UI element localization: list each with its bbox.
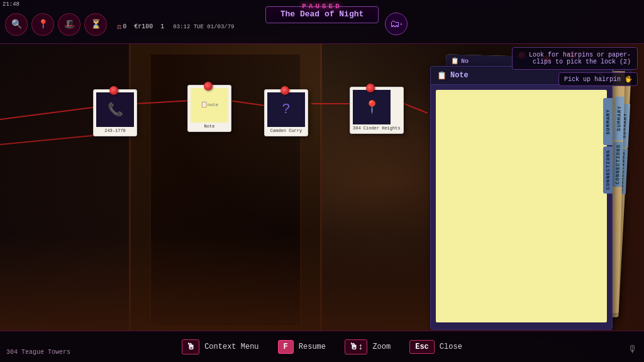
pin-phone — [109, 86, 118, 95]
phone-icon: 📞 — [96, 92, 134, 127]
note-mini-icon: 📋note — [191, 88, 228, 123]
main-connections-tab[interactable]: CONNECTIONS — [603, 146, 613, 194]
time-display: 21:48 — [3, 1, 19, 8]
counter-icon: ⚖ — [117, 22, 121, 31]
svg-line-5 — [0, 135, 97, 145]
paused-label: PAUSED — [302, 3, 342, 10]
main-note-card[interactable]: 📋 Note × SUMMARY CONNECTIONS — [430, 66, 613, 330]
person-label: Camden Curry — [267, 128, 305, 133]
pin-location — [366, 84, 375, 92]
level-stat: 1 — [158, 22, 167, 31]
phone-label: 243-1770 — [96, 128, 134, 133]
money-value: €r100 — [134, 23, 153, 30]
hourglass-icon-btn[interactable]: ⏳ — [84, 13, 107, 36]
resume-label: Resume — [299, 343, 326, 351]
person-icon: ? — [267, 92, 305, 127]
close-action[interactable]: Esc Close — [409, 340, 462, 354]
location-label: 304 Cinder Heights — [353, 126, 401, 131]
resume-action[interactable]: F Resume — [278, 340, 326, 354]
mouse-key-context: 🖱 — [182, 339, 199, 354]
zoom-label: Zoom — [372, 343, 391, 351]
phone-card[interactable]: 📞 243-1770 — [93, 89, 137, 136]
person-card[interactable]: ? Camden Curry — [264, 89, 308, 136]
note-mini-label: Note — [191, 124, 228, 129]
f-key[interactable]: F — [278, 340, 294, 354]
location-card[interactable]: 📍 304 Cinder Heights — [350, 87, 404, 134]
svg-line-0 — [0, 107, 97, 119]
mouse-key-zoom: 🖱↕ — [345, 339, 367, 354]
main-summary-tab[interactable]: SUMMARY — [603, 98, 613, 145]
stats-section: ⚖ 0 €r100 1 — [114, 21, 167, 33]
zoom-action: 🖱↕ Zoom — [345, 339, 391, 354]
note-card-stack: 📋 No × SUMMARY CONNECTIONS 📋 No × SUMMAR… — [430, 50, 625, 314]
status-location: 304 Teague Towers — [6, 349, 70, 356]
top-hud-bar: 21:48 🔍 📍 🎩 ⏳ ⚖ 0 €r100 1 03:12 TUE 01/0… — [0, 0, 644, 44]
context-menu-action: 🖱 Context Menu — [182, 339, 258, 354]
bottom-action-bar: 🖱 Context Menu F Resume 🖱↕ Zoom Esc Clos… — [0, 331, 644, 362]
hat-icon-btn[interactable]: 🎩 — [58, 13, 80, 36]
evidence-board: 📞 243-1770 📋note Note ? Camden Curry 📍 3… — [0, 44, 644, 331]
esc-key[interactable]: Esc — [409, 340, 435, 354]
hud-icons: 🔍 📍 🎩 ⏳ ⚖ 0 €r100 1 03:12 TUE 01/03/79 — [5, 13, 235, 36]
hint-box-1: Look for hairpins or paper-clips to pick… — [512, 47, 638, 70]
main-note-tabs: SUMMARY CONNECTIONS — [603, 98, 613, 194]
datetime-display: 03:12 TUE 01/03/79 — [173, 24, 234, 30]
main-note-body — [436, 90, 607, 322]
location-icon-btn[interactable]: 📍 — [31, 13, 54, 36]
note-header-icon: 📋 — [437, 71, 447, 80]
pin-person — [280, 86, 289, 95]
location-icon: 📍 — [353, 90, 391, 124]
level-value: 1 — [160, 23, 164, 30]
note-mini-card[interactable]: 📋note Note — [187, 85, 231, 132]
hint-box-2: Pick up hairpin 🖐 — [558, 72, 638, 86]
pin-note-mini — [204, 82, 213, 90]
counter-stat: ⚖ 0 — [114, 21, 129, 33]
svg-line-1 — [135, 101, 192, 104]
bg2-summary-tab[interactable]: SUMMARY — [614, 96, 625, 140]
close-label: Close — [440, 343, 462, 351]
counter-value: 0 — [123, 23, 126, 30]
money-stat: €r100 — [131, 22, 155, 31]
bg2-connections-tab[interactable]: CONNECTIONS — [613, 141, 623, 187]
add-folder-button[interactable]: 🗂+ — [385, 13, 408, 35]
microphone-icon: 🎙 — [628, 344, 638, 356]
context-menu-label: Context Menu — [204, 343, 258, 351]
search-icon-btn[interactable]: 🔍 — [5, 13, 28, 36]
